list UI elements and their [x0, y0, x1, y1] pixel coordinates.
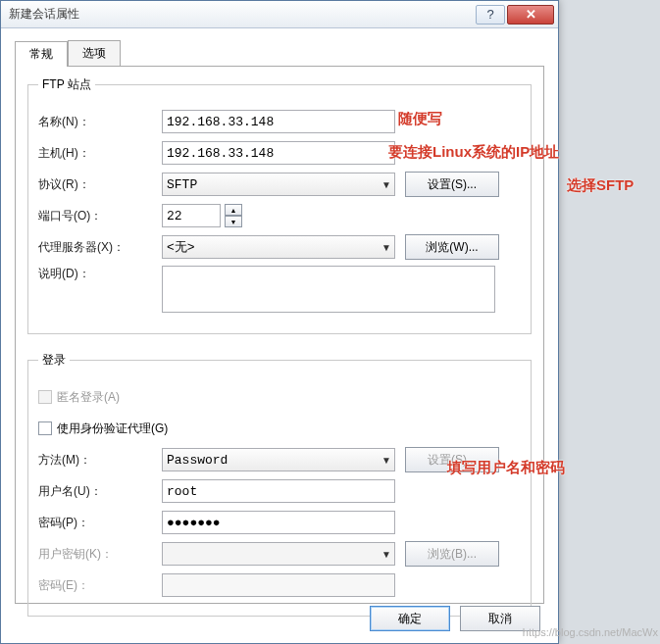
login-group: 登录 匿名登录(A) 使用身份验证代理(G) 方法(M)： ▼ — [27, 352, 532, 617]
ok-button[interactable]: 确定 — [370, 606, 450, 631]
auth-agent-checkbox[interactable] — [38, 421, 52, 435]
tab-strip: 常规 选项 — [15, 40, 544, 67]
dialog-window: 新建会话属性 ? ✕ 常规 选项 FTP 站点 名称(N)： 主机(H)： 协议… — [0, 0, 559, 644]
name-input[interactable] — [162, 110, 395, 133]
host-label: 主机(H)： — [38, 145, 162, 162]
proxy-browse-button[interactable]: 浏览(W)... — [405, 234, 499, 260]
title-bar: 新建会话属性 ? ✕ — [1, 1, 558, 28]
ftp-legend: FTP 站点 — [38, 76, 95, 93]
port-label: 端口号(O)： — [38, 208, 162, 224]
help-button[interactable]: ? — [476, 5, 505, 25]
protocol-label: 协议(R)： — [38, 176, 162, 193]
password2-label: 密码(E)： — [38, 577, 162, 594]
annotation-credentials: 填写用户名和密码 — [447, 459, 565, 477]
name-label: 名称(N)： — [38, 114, 162, 130]
annotation-host: 要连接Linux系统的IP地址 — [388, 143, 559, 162]
userkey-combo — [162, 542, 395, 566]
password-input[interactable] — [162, 511, 395, 534]
client-area: 常规 选项 FTP 站点 名称(N)： 主机(H)： 协议(R)： — [1, 28, 558, 604]
username-label: 用户名(U)： — [38, 483, 162, 500]
close-button[interactable]: ✕ — [507, 5, 554, 25]
login-legend: 登录 — [38, 352, 70, 369]
description-label: 说明(D)： — [38, 266, 162, 282]
proxy-combo[interactable] — [162, 235, 395, 259]
dialog-buttons: 确定 取消 — [370, 606, 540, 631]
method-combo[interactable] — [162, 448, 395, 471]
protocol-combo[interactable] — [162, 173, 395, 196]
spin-down-icon[interactable]: ▼ — [225, 216, 242, 227]
description-input[interactable] — [162, 266, 495, 313]
method-label: 方法(M)： — [38, 452, 162, 469]
port-spinner[interactable]: ▲ ▼ — [225, 204, 242, 227]
auth-agent-label: 使用身份验证代理(G) — [57, 421, 168, 437]
proxy-label: 代理服务器(X)： — [38, 239, 162, 256]
username-input[interactable] — [162, 479, 395, 503]
ftp-group: FTP 站点 名称(N)： 主机(H)： 协议(R)： ▼ — [27, 76, 532, 334]
tab-options[interactable]: 选项 — [68, 40, 121, 66]
spin-up-icon[interactable]: ▲ — [225, 204, 242, 216]
annotation-name: 随便写 — [398, 110, 442, 128]
host-input[interactable] — [162, 141, 395, 165]
userkey-label: 用户密钥(K)： — [38, 546, 162, 563]
protocol-settings-button[interactable]: 设置(S)... — [405, 172, 499, 197]
annotation-protocol: 选择SFTP — [567, 176, 634, 195]
watermark: https://blog.csdn.net/MacWx — [523, 626, 658, 638]
password-label: 密码(P)： — [38, 515, 162, 531]
port-input[interactable] — [162, 204, 221, 227]
password2-input — [162, 573, 395, 597]
userkey-browse-button: 浏览(B)... — [405, 541, 499, 567]
anonymous-checkbox — [38, 390, 52, 404]
tab-general[interactable]: 常规 — [15, 41, 68, 67]
anonymous-label: 匿名登录(A) — [57, 389, 120, 406]
window-title: 新建会话属性 — [9, 6, 476, 23]
